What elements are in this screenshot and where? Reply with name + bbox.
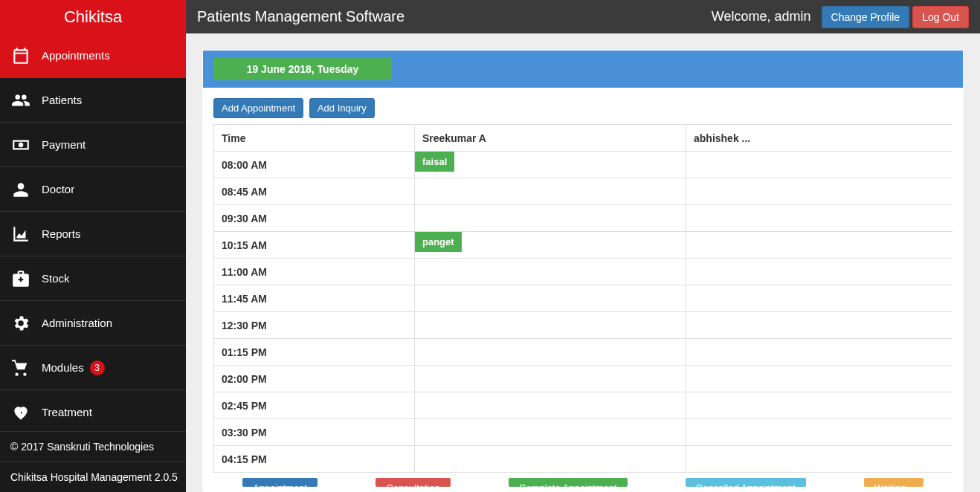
slot-cell[interactable] bbox=[415, 259, 686, 285]
appointment-chip[interactable]: faisal bbox=[415, 152, 454, 172]
time-cell: 10:15 AM bbox=[214, 232, 415, 259]
schedule-scroll[interactable]: TimeSreekumar Aabhishek ... 08:00 AMfais… bbox=[213, 124, 952, 473]
legend-cancelled: Cancelled Appointment bbox=[686, 478, 806, 487]
time-cell: 02:00 PM bbox=[214, 366, 415, 392]
slot-cell[interactable] bbox=[686, 419, 953, 446]
schedule-row: 12:30 PM bbox=[214, 312, 953, 339]
sidebar-item-treatment[interactable]: Treatment bbox=[0, 390, 186, 431]
legend-waiting: Waiting bbox=[864, 478, 923, 487]
time-cell: 04:15 PM bbox=[214, 446, 415, 473]
schedule-row: 02:00 PM bbox=[214, 366, 953, 392]
sidebar-nav: AppointmentsPatientsPaymentDoctorReports… bbox=[0, 33, 186, 431]
change-profile-button[interactable]: Change Profile bbox=[822, 6, 910, 28]
legend-appointment: Appointment bbox=[242, 478, 317, 487]
slot-cell[interactable] bbox=[686, 259, 953, 285]
welcome-text: Welcome, admin bbox=[712, 9, 811, 25]
medkit-icon bbox=[10, 268, 31, 289]
logout-button[interactable]: Log Out bbox=[912, 6, 969, 28]
slot-cell[interactable] bbox=[686, 446, 953, 473]
slot-cell[interactable]: panget bbox=[415, 232, 686, 259]
heartbeat-icon bbox=[10, 402, 31, 423]
sidebar-item-reports[interactable]: Reports bbox=[0, 212, 186, 256]
sidebar-item-modules[interactable]: Modules3 bbox=[0, 346, 186, 390]
slot-cell[interactable] bbox=[415, 392, 686, 419]
col-time: Time bbox=[214, 125, 415, 152]
date-pill[interactable]: 19 June 2018, Tuesday bbox=[213, 58, 392, 80]
slot-cell[interactable] bbox=[686, 366, 953, 392]
time-cell: 11:45 AM bbox=[214, 285, 415, 312]
page-title: Patients Management Software bbox=[197, 8, 404, 25]
schedule-row: 03:30 PM bbox=[214, 419, 953, 446]
sidebar-item-label: Reports bbox=[42, 227, 81, 240]
slot-cell[interactable] bbox=[415, 178, 686, 205]
slot-cell[interactable] bbox=[686, 392, 953, 419]
schedule-row: 04:15 PM bbox=[214, 446, 953, 473]
time-cell: 11:00 AM bbox=[214, 259, 415, 285]
slot-cell[interactable] bbox=[686, 152, 953, 178]
chart-icon bbox=[10, 224, 31, 245]
sidebar-item-payment[interactable]: Payment bbox=[0, 123, 186, 167]
time-cell: 08:45 AM bbox=[214, 178, 415, 205]
legend-complete: Complete Appointment bbox=[509, 478, 628, 487]
slot-cell[interactable] bbox=[686, 285, 953, 312]
sidebar-item-label: Appointments bbox=[42, 49, 110, 62]
money-icon bbox=[10, 135, 31, 155]
sidebar-badge: 3 bbox=[90, 360, 105, 375]
slot-cell[interactable] bbox=[415, 205, 686, 232]
sidebar-item-appointments[interactable]: Appointments bbox=[0, 33, 186, 78]
schedule-row: 01:15 PM bbox=[214, 339, 953, 366]
slot-cell[interactable] bbox=[686, 205, 953, 232]
slot-cell[interactable] bbox=[686, 312, 953, 339]
schedule-panel: 19 June 2018, Tuesday Add Appointment Ad… bbox=[202, 50, 964, 492]
slot-cell[interactable]: faisal bbox=[415, 152, 686, 178]
sidebar-item-patients[interactable]: Patients bbox=[0, 78, 186, 123]
slot-cell[interactable] bbox=[686, 178, 953, 205]
sidebar-item-stock[interactable]: Stock bbox=[0, 256, 186, 301]
appointment-chip[interactable]: panget bbox=[415, 232, 462, 252]
sidebar-item-label: Treatment bbox=[42, 406, 92, 418]
sidebar-version: Chikitsa Hospital Management 2.0.5 bbox=[0, 462, 186, 492]
time-cell: 01:15 PM bbox=[214, 339, 415, 366]
action-row: Add Appointment Add Inquiry bbox=[213, 98, 952, 118]
topbar: Patients Management Software Welcome, ad… bbox=[186, 0, 980, 33]
sidebar-copyright: © 2017 Sanskruti Technologies bbox=[0, 431, 186, 462]
sidebar-item-label: Stock bbox=[42, 272, 70, 285]
slot-cell[interactable] bbox=[686, 339, 953, 366]
users-icon bbox=[10, 90, 31, 111]
legend-consultation: Consultation bbox=[375, 478, 450, 487]
add-inquiry-button[interactable]: Add Inquiry bbox=[309, 98, 375, 118]
brand-logo: Chikitsa bbox=[0, 0, 186, 33]
sidebar-item-label: Administration bbox=[42, 317, 112, 329]
time-cell: 09:30 AM bbox=[214, 205, 415, 232]
slot-cell[interactable] bbox=[415, 285, 686, 312]
sidebar-item-administration[interactable]: Administration bbox=[0, 301, 186, 346]
schedule-row: 09:30 AM bbox=[214, 205, 953, 232]
slot-cell[interactable] bbox=[415, 339, 686, 366]
slot-cell[interactable] bbox=[686, 232, 953, 259]
time-cell: 03:30 PM bbox=[214, 419, 415, 446]
slot-cell[interactable] bbox=[415, 419, 686, 446]
sidebar-item-label: Doctor bbox=[42, 183, 74, 195]
add-appointment-button[interactable]: Add Appointment bbox=[213, 98, 303, 118]
sidebar: Chikitsa AppointmentsPatientsPaymentDoct… bbox=[0, 0, 186, 492]
time-cell: 08:00 AM bbox=[214, 152, 415, 178]
slot-cell[interactable] bbox=[415, 366, 686, 392]
schedule-row: 10:15 AMpanget bbox=[214, 232, 953, 259]
calendar-icon bbox=[10, 45, 31, 66]
doctor-icon bbox=[10, 179, 31, 200]
sidebar-item-doctor[interactable]: Doctor bbox=[0, 167, 186, 212]
time-cell: 12:30 PM bbox=[214, 312, 415, 339]
slot-cell[interactable] bbox=[415, 446, 686, 473]
slot-cell[interactable] bbox=[415, 312, 686, 339]
gear-icon bbox=[10, 313, 31, 334]
legend-row: Appointment Consultation Complete Appoin… bbox=[213, 473, 952, 491]
schedule-row: 08:00 AMfaisal bbox=[214, 152, 953, 178]
col-doctor: Sreekumar A bbox=[415, 125, 686, 152]
col-doctor: abhishek ... bbox=[686, 125, 953, 152]
schedule-table: TimeSreekumar Aabhishek ... 08:00 AMfais… bbox=[213, 124, 952, 473]
cart-icon bbox=[10, 357, 31, 378]
main-area: Patients Management Software Welcome, ad… bbox=[186, 0, 980, 492]
sidebar-item-label: Modules bbox=[42, 361, 84, 374]
sidebar-item-label: Payment bbox=[42, 138, 86, 151]
schedule-row: 08:45 AM bbox=[214, 178, 953, 205]
